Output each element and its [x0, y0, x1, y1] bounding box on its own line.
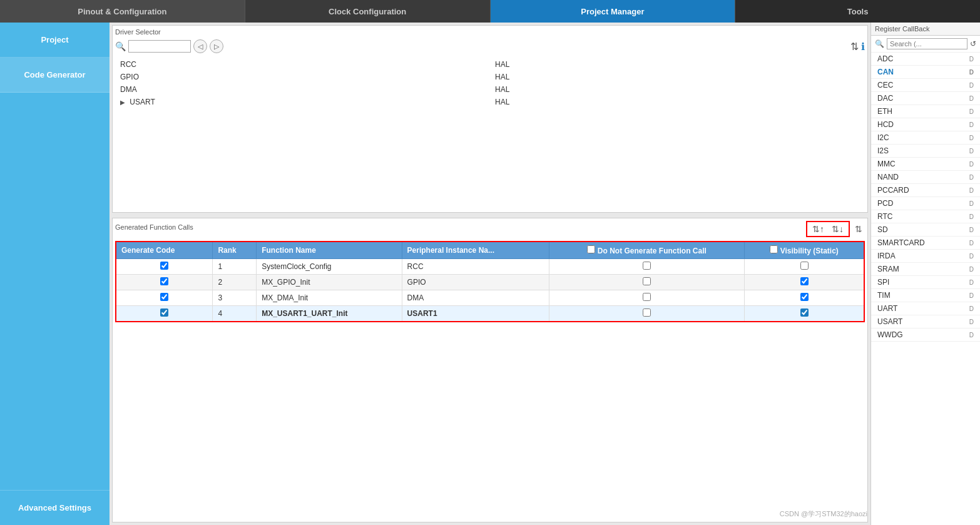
visibility-checkbox-1[interactable]	[800, 262, 809, 270]
driver-row-rcc[interactable]: RCC HAL	[115, 58, 865, 71]
right-list-item-spi[interactable]: SPID	[871, 276, 980, 289]
right-list-item-smartcard[interactable]: SMARTCARDD	[871, 237, 980, 250]
visibility-checkbox-4[interactable]	[800, 308, 809, 317]
table-header-row: Generate Code Rank Function Name Periphe…	[116, 242, 864, 259]
right-item-indicator: D	[969, 305, 974, 312]
right-list-item-nand[interactable]: NANDD	[871, 171, 980, 184]
driver-type-rcc: HAL	[490, 58, 865, 71]
col-do-not-generate: Do Not Generate Function Call	[549, 242, 745, 259]
driver-next-btn[interactable]: ▷	[210, 39, 223, 53]
right-list-item-hcd[interactable]: HCDD	[871, 118, 980, 131]
right-list-item-uart[interactable]: UARTD	[871, 302, 980, 315]
right-list-item-tim[interactable]: TIMD	[871, 289, 980, 302]
driver-name-rcc: RCC	[115, 58, 490, 71]
generated-function-calls-panel: Generated Function Calls ⇅↑ ⇅↓ ⇅ Generat…	[112, 218, 868, 522]
sidebar-item-project[interactable]: Project	[0, 23, 110, 58]
right-item-label: USART	[877, 317, 902, 326]
right-item-label: I2S	[877, 146, 889, 155]
visibility-checkbox-2[interactable]	[800, 277, 809, 285]
tab-clock-config[interactable]: Clock Configuration	[245, 0, 491, 23]
right-list-item-adc[interactable]: ADCD	[871, 53, 980, 66]
right-item-label: MMC	[877, 160, 896, 168]
generate-code-checkbox-4[interactable]	[160, 308, 168, 317]
right-list-item-i2c[interactable]: I2CD	[871, 131, 980, 145]
register-callback-panel: Register CallBack 🔍 ↺ ADCDCANDCECDDACDET…	[870, 23, 980, 525]
driver-info-btn[interactable]: ℹ	[861, 41, 865, 53]
right-item-label: DAC	[877, 94, 893, 103]
driver-row-dma[interactable]: DMA HAL	[115, 83, 865, 96]
driver-search-input[interactable]	[128, 40, 191, 53]
right-item-label: IRDA	[877, 252, 896, 260]
do-not-generate-checkbox-2[interactable]	[643, 277, 651, 285]
generate-code-checkbox-2[interactable]	[160, 277, 168, 285]
do-not-generate-cell-4	[549, 306, 745, 322]
tab-project-manager[interactable]: Project Manager	[491, 0, 736, 23]
right-list-item-pccard[interactable]: PCCARDD	[871, 184, 980, 197]
right-list-item-mmc[interactable]: MMCD	[871, 158, 980, 171]
sidebar-item-advanced-settings[interactable]: Advanced Settings	[0, 490, 110, 525]
peripheral-cell-3: DMA	[402, 290, 549, 306]
do-not-generate-checkbox-4[interactable]	[643, 308, 651, 317]
col-function-name: Function Name	[257, 242, 402, 259]
do-not-generate-cell-2	[549, 275, 745, 290]
right-list-item-usart[interactable]: USARTD	[871, 315, 980, 329]
right-list-item-sd[interactable]: SDD	[871, 223, 980, 237]
do-not-generate-checkbox-3[interactable]	[643, 293, 651, 301]
right-item-label: NAND	[877, 173, 899, 181]
right-item-label: RTC	[877, 212, 892, 221]
right-list-item-dac[interactable]: DACD	[871, 92, 980, 105]
tab-tools[interactable]: Tools	[735, 0, 980, 23]
right-list-item-can[interactable]: CAND	[871, 66, 980, 79]
right-item-label: PCD	[877, 199, 893, 208]
top-navigation: Pinout & Configuration Clock Configurati…	[0, 0, 980, 23]
right-list-item-pcd[interactable]: PCDD	[871, 197, 980, 210]
search-icon: 🔍	[115, 41, 126, 51]
register-refresh-btn[interactable]: ↺	[970, 39, 976, 48]
generate-code-checkbox-3[interactable]	[160, 293, 168, 301]
sort-desc-btn[interactable]: ⇅↓	[829, 223, 846, 235]
driver-row-usart[interactable]: ▶ USART HAL	[115, 96, 865, 108]
right-item-indicator: D	[969, 69, 974, 76]
visibility-checkbox-3[interactable]	[800, 293, 809, 301]
sort-asc-btn[interactable]: ⇅↑	[810, 223, 827, 235]
right-list-item-i2s[interactable]: I2SD	[871, 145, 980, 158]
col-peripheral-instance: Peripheral Instance Na...	[402, 242, 549, 259]
sort-toggle-btn[interactable]: ⇅	[852, 223, 865, 235]
peripheral-cell-1: RCC	[402, 259, 549, 275]
table-row: 3 MX_DMA_Init DMA	[116, 290, 864, 306]
visibility-cell-4	[745, 306, 864, 322]
right-list-item-rtc[interactable]: RTCD	[871, 210, 980, 223]
right-list-item-sram[interactable]: SRAMD	[871, 263, 980, 276]
right-item-indicator: D	[969, 240, 974, 247]
expand-icon[interactable]: ▶	[120, 99, 125, 106]
driver-sort-btn[interactable]: ⇅	[850, 41, 859, 53]
sidebar-item-code-generator[interactable]: Code Generator	[0, 58, 110, 93]
rank-cell-2: 2	[213, 275, 257, 290]
right-list-item-wwdg[interactable]: WWDGD	[871, 329, 980, 342]
rank-cell-1: 1	[213, 259, 257, 275]
tab-pinout-config[interactable]: Pinout & Configuration	[0, 0, 245, 23]
driver-type-dma: HAL	[490, 83, 865, 96]
do-not-generate-header-checkbox[interactable]	[587, 245, 595, 253]
driver-prev-btn[interactable]: ◁	[193, 39, 207, 53]
right-item-indicator: D	[969, 332, 974, 339]
table-row: 1 SystemClock_Config RCC	[116, 259, 864, 275]
driver-row-gpio[interactable]: GPIO HAL	[115, 71, 865, 83]
visibility-header-checkbox[interactable]	[770, 245, 778, 253]
peripheral-cell-4: USART1	[402, 306, 549, 322]
right-list-item-irda[interactable]: IRDAD	[871, 250, 980, 263]
do-not-generate-checkbox-1[interactable]	[643, 262, 651, 270]
function-calls-table: Generate Code Rank Function Name Periphe…	[115, 241, 865, 322]
main-layout: Project Code Generator Advanced Settings…	[0, 23, 980, 525]
right-item-indicator: D	[969, 200, 974, 207]
register-search-input[interactable]	[887, 38, 967, 49]
right-list-item-eth[interactable]: ETHD	[871, 105, 980, 118]
gen-func-header: Generated Function Calls ⇅↑ ⇅↓ ⇅	[115, 221, 865, 237]
gen-func-title: Generated Function Calls	[115, 223, 193, 231]
generate-code-checkbox-1[interactable]	[160, 262, 168, 270]
right-item-indicator: D	[969, 161, 974, 168]
toolbar-highlight-box: ⇅↑ ⇅↓	[806, 221, 850, 237]
register-callback-list: ADCDCANDCECDDACDETHDHCDDI2CDI2SDMMCDNAND…	[871, 53, 980, 525]
rank-cell-3: 3	[213, 290, 257, 306]
right-list-item-cec[interactable]: CECD	[871, 79, 980, 92]
